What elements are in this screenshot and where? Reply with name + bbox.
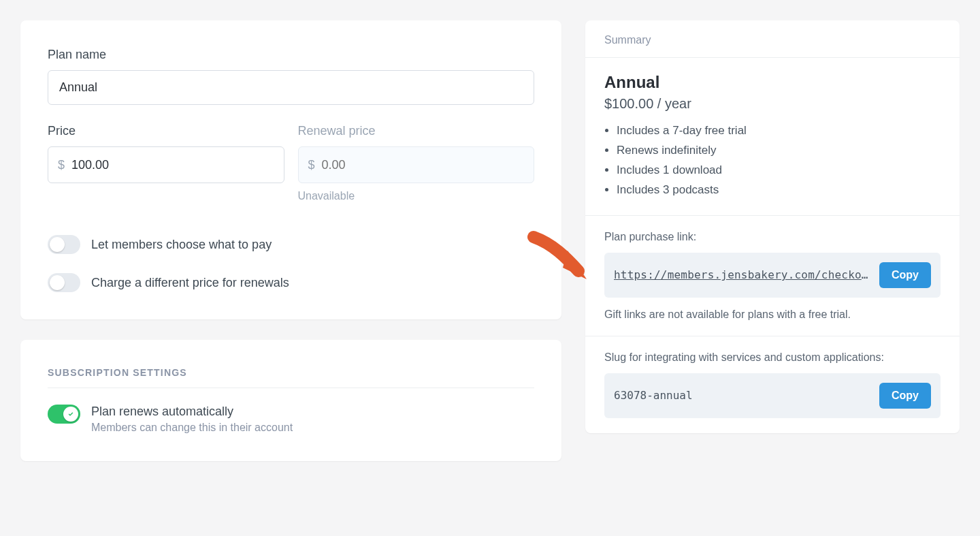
currency-symbol: $ xyxy=(58,158,65,172)
summary-header: Summary xyxy=(585,20,960,58)
toggle-auto-renew[interactable] xyxy=(48,405,80,424)
summary-item: Includes 3 podcasts xyxy=(617,180,941,200)
toggle-different-renewal[interactable] xyxy=(48,273,80,292)
purchase-link-value[interactable]: https://members.jensbakery.com/checkout?… xyxy=(614,268,871,281)
auto-renew-sub: Members can change this in their account xyxy=(91,422,293,434)
renewal-price-label: Renewal price xyxy=(298,124,535,138)
summary-item: Includes a 7-day free trial xyxy=(617,121,941,141)
toggle-choose-pay[interactable] xyxy=(48,235,80,254)
summary-list: Includes a 7-day free trial Renews indef… xyxy=(604,121,941,200)
purchase-link-label: Plan purchase link: xyxy=(604,231,941,243)
subscription-card: SUBSCRIPTION SETTINGS Plan renews automa… xyxy=(20,340,561,461)
slug-box: 63078-annual Copy xyxy=(604,373,941,418)
slug-label: Slug for integrating with services and c… xyxy=(604,351,941,364)
slug-value[interactable]: 63078-annual xyxy=(614,389,871,402)
copy-purchase-link-button[interactable]: Copy xyxy=(879,262,931,288)
renewal-helper: Unavailable xyxy=(298,190,535,202)
copy-slug-button[interactable]: Copy xyxy=(879,383,931,409)
check-icon xyxy=(67,410,75,418)
gift-note: Gift links are not available for plans w… xyxy=(604,309,941,321)
price-input[interactable] xyxy=(71,158,283,172)
renewal-price-input xyxy=(322,158,534,172)
toggle-different-renewal-label: Charge a different price for renewals xyxy=(91,276,289,290)
purchase-link-box: https://members.jensbakery.com/checkout?… xyxy=(604,253,941,298)
price-input-wrap: $ xyxy=(48,146,284,183)
plan-name-label: Plan name xyxy=(48,48,534,62)
summary-item: Renews indefinitely xyxy=(617,141,941,161)
plan-card: Plan name Price $ Renewal price $ xyxy=(20,20,561,319)
summary-card: Summary Annual $100.00 / year Includes a… xyxy=(585,20,960,433)
renewal-price-input-wrap: $ xyxy=(298,146,535,183)
currency-symbol: $ xyxy=(308,158,315,172)
auto-renew-title: Plan renews automatically xyxy=(91,405,293,419)
subscription-header: SUBSCRIPTION SETTINGS xyxy=(48,367,534,388)
summary-price: $100.00 / year xyxy=(604,96,941,112)
plan-name-input[interactable] xyxy=(48,70,534,105)
toggle-choose-pay-label: Let members choose what to pay xyxy=(91,238,272,252)
price-label: Price xyxy=(48,124,284,138)
summary-item: Includes 1 download xyxy=(617,161,941,180)
summary-title: Annual xyxy=(604,73,941,92)
